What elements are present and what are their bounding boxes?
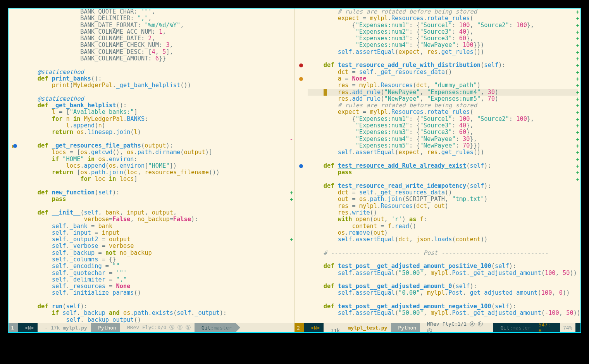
diff-marker: + [576,129,580,136]
diff-marker: + [289,190,293,196]
diff-marker: + [576,96,580,102]
gutter-marker-info [13,144,17,148]
gutter-marker-warning [299,77,303,81]
diff-marker: + [576,56,580,62]
diff-marker: + [289,237,293,243]
window-number: 1 [9,323,18,332]
diff-marker: + [576,149,580,156]
diff-marker: + [576,36,580,42]
gutter-marker-error [299,64,303,67]
diff-marker: + [576,110,580,116]
right-code-area[interactable]: # rules are rotated before being stored … [309,9,577,323]
diff-marker: + [576,9,580,15]
split-panes: ▸ BANK_QUOTE_CHAR: '"', BANK_DELIMITER: … [9,9,580,323]
diff-marker: + [576,136,580,143]
modeline-right[interactable]: 2 <N> - 31k mylpl_test.py Python MRev Fl… [294,323,580,332]
diff-marker: + [576,82,580,89]
right-pane[interactable]: # rules are rotated before being stored … [294,9,580,323]
diff-marker: + [576,156,580,163]
buffer-info: - 31k mylpl_test.py [324,323,391,332]
diff-marker: + [576,89,580,96]
diff-marker: + [576,22,580,29]
editor-frame: ▸ BANK_QUOTE_CHAR: '"', BANK_DELIMITER: … [8,8,581,333]
diff-marker: + [576,116,580,122]
right-gutter [294,9,308,323]
diff-marker: + [289,196,293,203]
vc-segment[interactable]: Git:master [195,323,236,332]
diff-marker: - [289,136,293,143]
buffer-info: - 17k mylpl.py [38,323,91,332]
modelines: 1 <N> - 17k mylpl.py Python MRev FlyC:0/… [9,323,580,332]
left-pane[interactable]: ▸ BANK_QUOTE_CHAR: '"', BANK_DELIMITER: … [9,9,294,323]
diff-marker: + [576,62,580,69]
scroll-percent: 74% [560,323,575,332]
major-mode[interactable]: Python [391,323,420,332]
diff-marker: + [576,49,580,55]
diff-marker: + [576,43,580,49]
minor-modes[interactable]: MRev FlyC:0/0 Ⓐ ⓗ Ⓢ [120,323,195,332]
gutter-marker-info [299,164,303,168]
diff-marker: + [576,69,580,76]
modeline-left[interactable]: 1 <N> - 17k mylpl.py Python MRev FlyC:0/… [9,323,294,332]
vc-segment[interactable]: Git:master [493,323,534,332]
evil-state: <N> [304,323,324,332]
window-number: 2 [294,323,304,332]
evil-state: <N> [18,323,38,332]
diff-marker: + [576,163,580,169]
diff-marker: + [576,29,580,35]
diff-marker: + [576,170,580,176]
diff-marker: + [576,76,580,82]
diff-marker: + [576,15,580,22]
left-code-area[interactable]: BANK_QUOTE_CHAR: '"', BANK_DELIMITER: ",… [23,9,290,323]
left-gutter: ▸ [9,9,22,323]
diff-marker: + [576,177,580,183]
major-mode[interactable]: Python [91,323,120,332]
scrollbar-thumb[interactable] [575,323,580,332]
diff-marker: + [576,123,580,129]
diff-marker: + [576,103,580,109]
minor-modes[interactable]: MRev FlyC:1/1 Ⓐ ⓗ Ⓢ [420,323,493,332]
diff-marker: + [576,143,580,149]
